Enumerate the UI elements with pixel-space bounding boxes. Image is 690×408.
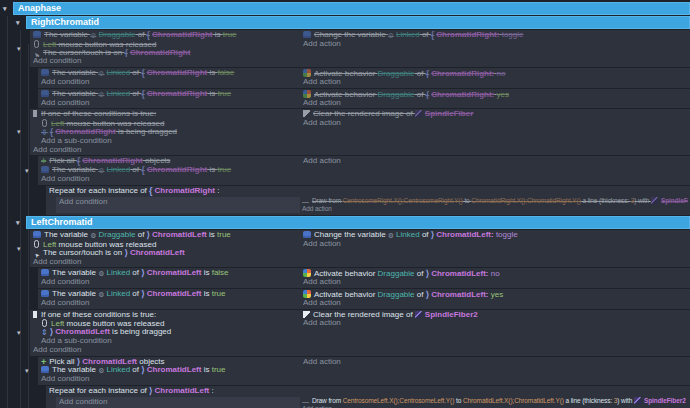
event[interactable]: ▾The variable ⚙Draggable of ⟩ChromatidLe… [30,230,690,267]
add-condition-link[interactable]: Add condition [41,278,298,287]
action-row[interactable]: Clear the rendered image of SpindleFiber [303,110,688,119]
repeat-event[interactable]: Repeat for each instance of ⟩ChromatidLe… [46,386,690,408]
add-condition-link[interactable]: Add condition [59,198,297,207]
variable-icon [41,269,49,276]
add-condition-link[interactable]: Add condition [33,57,298,66]
action-row[interactable]: Activate behavior Draggable of ⟩Chromati… [303,269,688,278]
condition-row[interactable]: The variable ⚙Linked of ⟩ChromatidLeft i… [41,290,298,299]
chevron-down-icon[interactable]: ▾ [17,329,21,336]
chevron-down-icon[interactable]: ▾ [17,128,21,135]
event[interactable]: The variable ⚙Linked of ⟩ChromatidLeft i… [38,289,690,309]
event[interactable]: The variable ⚙Linked of {ChromatidRight … [38,68,690,88]
condition-row[interactable]: +Pick all {ChromatidRight objects [41,157,298,166]
chromatid-left-object-icon: ⟩ [141,290,145,299]
event[interactable]: ▾+Pick all ⟩ChromatidLeft objectsThe var… [38,357,690,385]
condition-row[interactable]: The variable ⚙Draggable of {ChromatidRig… [33,31,298,40]
condition-row[interactable]: ⇕{ChromatidRight is being dragged [33,128,298,137]
mouse-icon [42,119,47,127]
action-row[interactable]: Change the variable ⚙Linked of {Chromati… [303,31,688,40]
condition-row[interactable]: ➤The cursor/touch is on {ChromatidRight [33,49,298,58]
condition-row[interactable]: +Pick all ⟩ChromatidLeft objects [41,358,298,367]
chevron-down-icon[interactable]: ▾ [17,245,21,252]
group-header-rightchromatid[interactable]: ▾RightChromatid [26,16,690,29]
group-header-leftchromatid[interactable]: ▾LeftChromatid [26,216,690,229]
add-action-link[interactable]: Add action [303,240,688,249]
add-condition-link[interactable]: Add condition [41,299,298,308]
chromatid-right-object-icon: { [50,128,54,137]
add-action-link[interactable]: Add action [303,319,688,328]
event[interactable]: The variable ⚙Linked of ⟩ChromatidLeft i… [38,268,690,288]
action-row[interactable]: Activate behavior Draggable of ⟩Chromati… [303,290,688,299]
add-condition-link[interactable]: Add condition [33,258,298,267]
add-condition-link[interactable]: Add condition [33,346,298,355]
repeat-header-row[interactable]: Repeat for each instance of {ChromatidRi… [49,187,688,196]
action-row[interactable]: Activate behavior Draggable of {Chromati… [303,90,688,99]
draw-line-icon: — [302,198,309,206]
add-condition-link[interactable]: Add condition [59,398,297,407]
action-row[interactable]: Clear the rendered image of SpindleFiber… [303,311,688,320]
action-row[interactable]: Activate behavior Draggable of {Chromati… [303,69,688,78]
add-action-link[interactable]: Add action [303,157,688,166]
event-conditions: If one of these conditions is true:Left … [30,109,300,155]
chevron-down-icon[interactable]: ▾ [25,367,29,374]
action-row[interactable]: —Draw from CentrosomeRight.X();Centrosom… [302,197,688,206]
event[interactable]: The variable ⚙Linked of {ChromatidRight … [38,89,690,109]
add-action-link[interactable]: Add action [303,40,688,49]
chevron-down-icon[interactable]: ▾ [17,45,21,52]
group-header-label: Anaphase [18,3,61,13]
action-row[interactable]: —Draw from CentrosomeLeft.X();Centrosome… [302,397,688,406]
event[interactable]: ▾+Pick all {ChromatidRight objectsThe va… [38,156,690,184]
clear-image-icon [303,110,310,117]
condition-row[interactable]: ⇕⟩ChromatidLeft is being dragged [33,328,298,337]
chromatid-left-object-icon: ⟩ [50,328,54,337]
add-condition-link[interactable]: Add condition [41,78,298,87]
add-action-link[interactable]: Add action [303,278,688,287]
add-action-link[interactable]: Add action [303,358,688,367]
add-condition-link[interactable]: Add condition [33,146,298,155]
chevron-down-icon[interactable]: ▾ [3,5,7,12]
condition-row[interactable]: If one of these conditions is true: [33,110,298,119]
group-header-anaphase[interactable]: ▾ Anaphase [13,2,690,15]
indent-guide [7,16,8,408]
condition-row[interactable]: The variable ⚙Linked of {ChromatidRight … [41,90,298,99]
add-condition-link[interactable]: Add condition [41,175,298,184]
repeat-header-row[interactable]: Repeat for each instance of ⟩ChromatidLe… [49,387,688,396]
spindle-fiber-object-icon [634,397,641,404]
add-action-link[interactable]: Add action [303,78,688,87]
behavior-icon [303,90,311,98]
drag-icon: ⇕ [41,329,48,337]
add-action-link[interactable]: Add action [303,299,688,308]
action-row[interactable]: Change the variable ⚙Linked of ⟩Chromati… [303,231,688,240]
add-sub-condition-link[interactable]: Add a sub-condition [33,137,298,146]
repeat-event[interactable]: Repeat for each instance of {ChromatidRi… [46,186,690,215]
add-action-link[interactable]: Add action [303,119,688,128]
chevron-down-icon[interactable]: ▾ [25,167,29,174]
event-actions: Change the variable ⚙Linked of ⟩Chromati… [300,230,690,267]
event[interactable]: ▾The variable ⚙Draggable of {ChromatidRi… [30,30,690,67]
add-action-link[interactable]: Add action [303,99,688,108]
chromatid-left-object-icon: ⟩ [77,358,81,367]
gear-icon: ⚙ [98,70,104,78]
condition-row[interactable]: ➤The cursor/touch is on ⟩ChromatidLeft [33,249,298,258]
chromatid-right-object-icon: { [77,157,81,166]
condition-row[interactable]: The variable ⚙Linked of ⟩ChromatidLeft i… [41,366,298,375]
chevron-down-icon[interactable]: ▾ [16,19,20,26]
condition-row[interactable]: If one of these conditions is true: [33,311,298,320]
add-condition-link[interactable]: Add condition [41,99,298,108]
chevron-down-icon[interactable]: ▾ [16,219,20,226]
condition-row[interactable]: Left mouse button was released [33,119,298,128]
add-condition-link[interactable]: Add condition [41,375,298,384]
condition-row[interactable]: The variable ⚙Draggable of ⟩ChromatidLef… [33,231,298,240]
pick-objects-icon: + [41,157,46,166]
condition-row[interactable]: Left mouse button was released [33,40,298,49]
condition-row[interactable]: The variable ⚙Linked of {ChromatidRight … [41,69,298,78]
condition-row[interactable]: Left mouse button was released [33,240,298,249]
gear-icon: ⚙ [98,291,104,299]
event[interactable]: ▾If one of these conditions is true:Left… [30,109,690,155]
add-action-link[interactable]: Add action [302,205,688,214]
condition-row[interactable]: The variable ⚙Linked of ⟩ChromatidLeft i… [41,269,298,278]
condition-row[interactable]: Left mouse button was released [33,319,298,328]
condition-row[interactable]: The variable ⚙Linked of {ChromatidRight … [41,166,298,175]
add-sub-condition-link[interactable]: Add a sub-condition [33,337,298,346]
event[interactable]: ▾If one of these conditions is true:Left… [30,310,690,356]
